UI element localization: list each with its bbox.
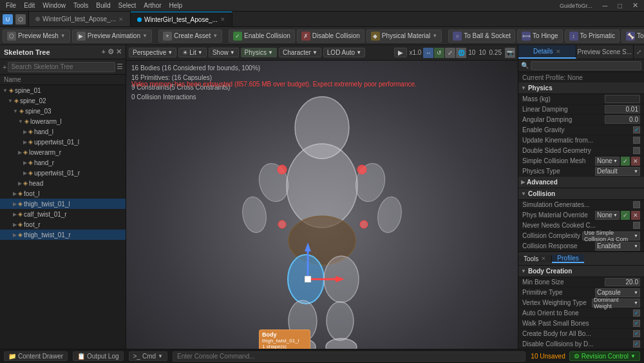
auto-orient-checkbox[interactable]: ✓ [633,309,640,317]
tree-item-hand-l[interactable]: ▶ ◈ hand_l [0,126,126,137]
menu-arthor[interactable]: Arthor [140,2,164,9]
tab-2[interactable]: WinterGirl_test_Apose_... ✕ [131,12,232,26]
tab-1[interactable]: WinterGirl_test_Apose_... ✕ [29,12,131,26]
graph-node-1[interactable]: Body thigh_twist_01_l 1 shape(s) [259,329,310,349]
physics-btn[interactable]: Physics ▼ [241,48,277,57]
linear-damping-input[interactable] [605,105,640,113]
maximize-btn[interactable]: □ [614,2,625,10]
tree-item-head[interactable]: ▶ ◈ head [0,178,126,188]
prismatic-btn[interactable]: ↕ To Prismatic [565,30,620,43]
maximize-panel-icon[interactable]: ⤢ [634,45,644,59]
enable-gravity-checkbox[interactable]: ✓ [633,126,640,133]
menu-edit[interactable]: Edit [21,2,38,9]
physics-type-dropdown[interactable]: Default ▼ [595,167,640,176]
add-icon[interactable]: + [102,48,106,56]
body-creation-header[interactable]: ▼ Body Creation [518,266,644,277]
collision-response-dropdown[interactable]: Enabled ▼ [595,242,640,251]
tree-item-foot-l[interactable]: ▶ ◈ foot_l [0,188,126,199]
advanced-section-header[interactable]: ▶ Advanced [518,177,644,188]
translate-icon[interactable]: ↔ [423,48,433,58]
tree-item-spine01[interactable]: ▼ ◈ spine_01 [0,85,126,95]
character-btn[interactable]: Character ▼ [279,48,321,57]
tree-item-hand-r[interactable]: ▶ ◈ hand_r [0,157,126,168]
output-log-btn[interactable]: 📋 Output Log [73,351,123,361]
add-bone-icon[interactable]: + [3,63,6,71]
physical-material-btn[interactable]: ◆ Physical Material ▼ [366,30,442,43]
min-bone-input[interactable] [605,278,640,286]
phys-material-dropdown[interactable]: None ▼ [595,211,620,220]
hinge-btn[interactable]: ⟺ To Hinge [517,30,562,43]
ball-socket-btn[interactable]: ○ To Ball & Socket [448,30,515,43]
tree-item-foot-r[interactable]: ▶ ◈ foot_r [0,219,126,230]
tree-item-spine02[interactable]: ▼ ◈ spine_02 [0,95,126,106]
lod-btn[interactable]: LOD Auto ▼ [323,48,365,57]
sim-generates-checkbox[interactable] [633,201,640,208]
enable-collision-btn[interactable]: ✓ Enable Collision [229,30,295,43]
tree-item-thigh-l[interactable]: ▶ ◈ thigh_twist_01_l [0,199,126,209]
tree-item-calf-r[interactable]: ▶ ◈ calf_twist_01_r [0,209,126,219]
walk-past-checkbox[interactable]: ✓ [633,320,640,327]
tab-close-2[interactable]: ✕ [220,16,225,23]
mat-clear-icon[interactable]: ✕ [631,211,640,220]
settings2-icon[interactable]: ⚙ [108,48,114,56]
revision-control-status-btn[interactable]: ⚙ Revision Control ▼ [569,351,640,361]
collision-accept-icon[interactable]: ✓ [621,157,630,166]
preview-mesh-btn[interactable]: ⬡ Preview Mesh ▼ [3,30,70,43]
update-kinematic-checkbox[interactable] [633,137,640,144]
tree-item-lowerarm-r[interactable]: ▶ ◈ lowerarm_r [0,147,126,157]
close-btn[interactable]: ✕ [629,1,641,10]
skeletal-btn[interactable]: 🦴 To Skeletal [621,30,644,43]
camera-speed-icon[interactable]: 📷 [505,48,515,58]
menu-build[interactable]: Build [93,2,113,9]
show-btn[interactable]: Show ▼ [209,48,239,57]
world-icon[interactable]: 🌐 [456,48,466,58]
menu-file[interactable]: File [3,2,19,9]
tree-item-uppertwist-l[interactable]: ▶ ◈ uppertwist_01_l [0,137,126,147]
simple-collision-dropdown[interactable]: None ▼ [595,157,620,166]
collision-complexity-dropdown[interactable]: Use Simple Collision As Com ▼ [582,231,640,240]
angular-damping-input[interactable] [605,115,640,124]
tree-item-thigh-r[interactable]: ▶ ◈ thigh_twist_01_r [0,230,126,240]
menu-tools[interactable]: Tools [70,2,91,9]
double-sided-checkbox[interactable] [633,147,640,154]
lit-btn[interactable]: ☀ Lit ▼ [178,48,206,57]
never-cooked-checkbox[interactable] [633,222,640,229]
perspective-btn[interactable]: Perspective ▼ [129,48,176,57]
content-drawer-btn[interactable]: 📁 Content Drawer [4,351,68,361]
filter-icon[interactable]: ☰ [117,63,123,71]
preview-animation-btn[interactable]: ▶ Preview Animation ▼ [72,30,152,43]
rotate-icon[interactable]: ↺ [434,48,444,58]
mass-input[interactable] [605,95,640,103]
viewport-canvas[interactable]: 16 Bodies (16 Considered for bounds, 100… [126,61,518,349]
close-details-icon[interactable]: ✕ [556,48,561,55]
scale-icon[interactable]: ⤢ [445,48,455,58]
collision-section-header[interactable]: ▼ Collision [518,188,644,200]
primitive-type-dropdown[interactable]: Capsule ▼ [595,288,640,297]
disable-collision-btn[interactable]: ✗ Disable Collision [297,30,365,43]
profiles-tab[interactable]: Profiles [552,255,583,263]
physics-section-header[interactable]: ▼ Physics [518,83,644,94]
close2-icon[interactable]: ✕ [116,48,122,56]
vertex-weighting-dropdown[interactable]: Dominant Weight ▼ [592,299,640,308]
create-body-checkbox[interactable]: ✓ [633,330,640,337]
tools-tab[interactable]: Tools ✕ [518,255,552,262]
console-input[interactable] [173,351,526,362]
disable-collisions-checkbox[interactable]: ✓ [633,340,640,348]
collision-clear-icon[interactable]: ✕ [631,157,640,166]
close-tools-icon[interactable]: ✕ [541,255,546,262]
mat-accept-icon[interactable]: ✓ [621,211,630,220]
tree-item-uppertwist-r[interactable]: ▶ ◈ uppertwist_01_r [0,168,126,178]
skeleton-search-input[interactable] [8,62,115,72]
tree-item-lowerarm-l[interactable]: ▼ ◈ lowerarm_l [0,116,126,126]
minimize-btn[interactable]: ─ [600,2,611,10]
menu-window[interactable]: Window [39,2,69,9]
menu-help[interactable]: Help [166,2,186,9]
create-asset-btn[interactable]: + Create Asset ▼ [158,30,222,43]
details-search-input[interactable] [531,61,641,70]
tab-close-1[interactable]: ✕ [118,16,124,23]
play-sim-btn[interactable]: ▶ [394,48,407,57]
tab-details[interactable]: Details ✕ [518,45,576,59]
cmd-btn[interactable]: >_ Cmd ▼ [129,351,167,361]
menu-select[interactable]: Select [115,2,140,9]
tab-preview-scene[interactable]: Preview Scene S... [576,45,634,59]
